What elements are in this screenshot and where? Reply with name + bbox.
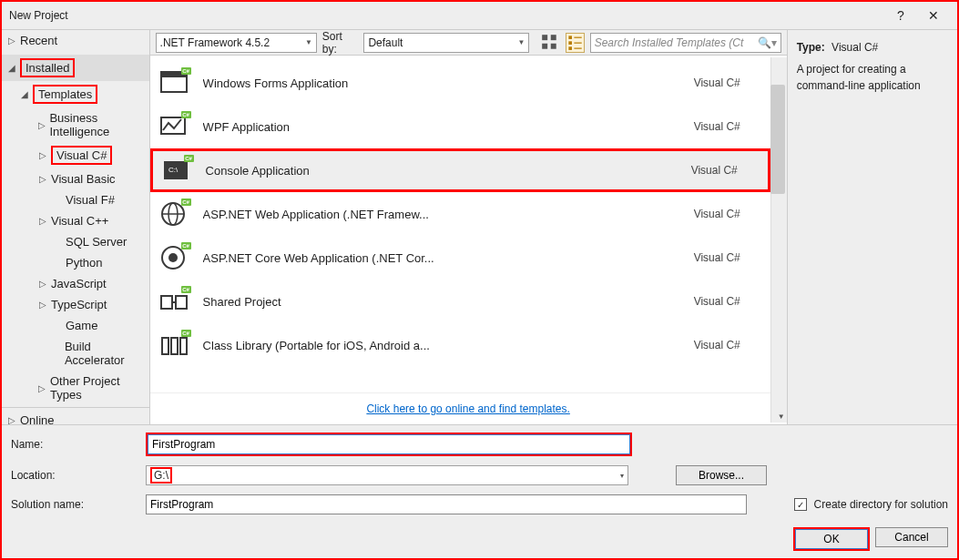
tree-online[interactable]: ▷Online <box>2 407 149 424</box>
close-button[interactable]: ✕ <box>917 8 950 23</box>
bottom-form: Name: Location: G:\ ▾ Browse... Solution… <box>2 424 957 558</box>
sortby-label: Sort by: <box>322 30 359 56</box>
svg-rect-9 <box>574 47 581 48</box>
tree-item-ts[interactable]: ▷TypeScript <box>2 294 149 315</box>
svg-rect-30 <box>161 296 172 309</box>
template-row-shared[interactable]: C# Shared Project Visual C# <box>150 280 770 323</box>
tree-item-vb[interactable]: ▷Visual Basic <box>2 168 149 189</box>
svg-rect-31 <box>176 296 187 309</box>
svg-point-27 <box>168 253 178 262</box>
description: A project for creating a command-line ap… <box>797 63 921 92</box>
tree-item-game[interactable]: Game <box>2 315 149 336</box>
svg-rect-35 <box>171 338 178 354</box>
template-row-aspnetcore[interactable]: C# ASP.NET Core Web Application (.NET Co… <box>150 236 770 280</box>
small-icons-button[interactable] <box>566 33 585 53</box>
tree-item-cpp[interactable]: ▷Visual C++ <box>2 210 149 231</box>
details-panel: Type: Visual C# A project for creating a… <box>788 30 957 424</box>
cancel-button[interactable]: Cancel <box>875 527 948 547</box>
scrollbar-thumb[interactable] <box>770 85 785 194</box>
wpf-icon: C# <box>159 110 192 143</box>
browse-button[interactable]: Browse... <box>676 465 767 485</box>
svg-rect-36 <box>180 338 187 354</box>
name-input[interactable] <box>148 434 630 454</box>
search-input[interactable]: Search Installed Templates (Ct 🔍 ▾ <box>590 33 781 53</box>
tree-item-csharp[interactable]: ▷Visual C# <box>2 142 149 168</box>
titlebar: New Project ? ✕ <box>2 2 957 29</box>
tree-templates[interactable]: ◢Templates <box>2 81 149 107</box>
svg-text:C#: C# <box>182 331 189 336</box>
framework-dropdown[interactable]: .NET Framework 4.5.2▼ <box>156 33 317 53</box>
scroll-down-icon[interactable]: ▼ <box>778 412 785 421</box>
tree-item-js[interactable]: ▷JavaScript <box>2 273 149 294</box>
svg-rect-0 <box>543 35 548 40</box>
name-label: Name: <box>11 438 138 451</box>
tree-item-fsharp[interactable]: Visual F# <box>2 189 149 210</box>
template-row-pcl[interactable]: C# Class Library (Portable for iOS, Andr… <box>150 323 770 367</box>
tree-item-sql[interactable]: SQL Server <box>2 231 149 252</box>
svg-rect-34 <box>162 338 168 354</box>
tree-installed[interactable]: ◢Installed <box>2 55 149 81</box>
tree-item-accel[interactable]: Build Accelerator <box>2 336 149 371</box>
svg-rect-2 <box>543 44 548 49</box>
template-row-wpf[interactable]: C# WPF Application Visual C# <box>150 105 770 148</box>
template-row-aspnet[interactable]: C# ASP.NET Web Application (.NET Framew.… <box>150 192 770 236</box>
solution-label: Solution name: <box>11 498 138 511</box>
svg-text:C#: C# <box>182 287 189 292</box>
window-title: New Project <box>9 9 884 22</box>
scrollbar-track[interactable]: ▼ <box>770 57 787 423</box>
shared-icon: C# <box>159 285 192 318</box>
aspnet-icon: C# <box>159 198 192 230</box>
svg-rect-1 <box>551 35 556 40</box>
center-panel: .NET Framework 4.5.2▼ Sort by: Default▼ … <box>149 30 788 424</box>
left-panel: ▷Recent ◢Installed ◢Templates ▷Business … <box>2 30 149 424</box>
tree-item-other[interactable]: ▷Other Project Types <box>2 371 149 405</box>
template-list: C# Windows Forms Application Visual C# C… <box>150 56 770 392</box>
template-row-console[interactable]: C:\C# Console Application Visual C# <box>150 148 770 192</box>
svg-text:C#: C# <box>182 68 189 74</box>
svg-text:C#: C# <box>182 243 189 249</box>
create-dir-checkbox[interactable]: ✓ <box>794 498 807 511</box>
svg-rect-4 <box>568 36 572 39</box>
medium-icons-button[interactable] <box>540 33 559 53</box>
svg-rect-7 <box>574 42 581 43</box>
template-row-winforms[interactable]: C# Windows Forms Application Visual C# <box>150 61 770 105</box>
location-label: Location: <box>11 469 138 482</box>
type-label: Type: <box>797 41 825 54</box>
type-value: Visual C# <box>831 41 878 54</box>
ok-button[interactable]: OK <box>795 529 868 549</box>
svg-rect-8 <box>568 46 572 50</box>
winforms-icon: C# <box>159 66 192 99</box>
console-icon: C:\C# <box>162 154 195 187</box>
svg-text:C:\: C:\ <box>168 166 179 174</box>
pcl-icon: C# <box>159 329 192 361</box>
svg-text:C#: C# <box>182 112 189 117</box>
online-link[interactable]: Click here to go online and find templat… <box>366 402 569 415</box>
create-dir-label: Create directory for solution <box>814 498 948 511</box>
tree-recent[interactable]: ▷Recent <box>2 30 149 51</box>
sortby-dropdown[interactable]: Default▼ <box>363 33 529 53</box>
svg-rect-5 <box>574 37 581 38</box>
search-icon: 🔍 <box>758 36 771 49</box>
online-link-row: Click here to go online and find templat… <box>150 392 787 424</box>
solution-input[interactable] <box>146 494 747 514</box>
tree-item-bi[interactable]: ▷Business Intelligence <box>2 107 149 142</box>
svg-rect-6 <box>568 41 572 45</box>
svg-rect-3 <box>551 44 556 49</box>
tree-item-python[interactable]: Python <box>2 252 149 273</box>
svg-text:C#: C# <box>182 199 189 205</box>
location-dropdown[interactable]: G:\ ▾ <box>146 465 628 485</box>
aspnetcore-icon: C# <box>159 241 192 274</box>
help-button[interactable]: ? <box>884 8 917 23</box>
svg-text:C#: C# <box>185 156 192 161</box>
